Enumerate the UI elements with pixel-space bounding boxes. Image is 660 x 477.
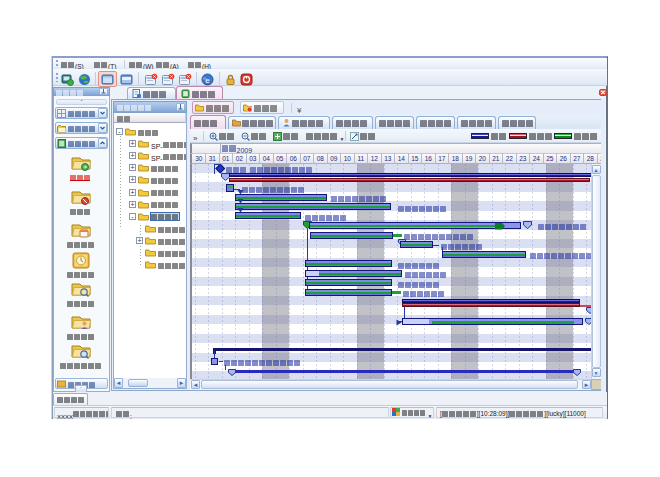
svg-text:e: e [205,76,210,85]
